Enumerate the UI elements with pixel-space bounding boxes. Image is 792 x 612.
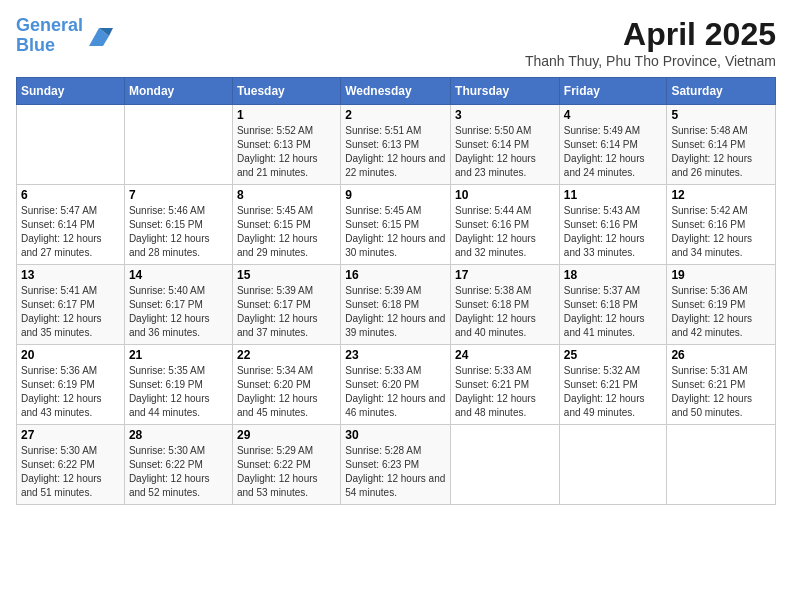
day-number: 20 [21, 348, 120, 362]
calendar-cell: 30Sunrise: 5:28 AM Sunset: 6:23 PM Dayli… [341, 425, 451, 505]
day-info: Sunrise: 5:33 AM Sunset: 6:20 PM Dayligh… [345, 364, 446, 420]
day-number: 3 [455, 108, 555, 122]
calendar-cell: 2Sunrise: 5:51 AM Sunset: 6:13 PM Daylig… [341, 105, 451, 185]
day-number: 4 [564, 108, 663, 122]
calendar-cell: 23Sunrise: 5:33 AM Sunset: 6:20 PM Dayli… [341, 345, 451, 425]
day-info: Sunrise: 5:39 AM Sunset: 6:17 PM Dayligh… [237, 284, 336, 340]
dow-header-friday: Friday [559, 78, 667, 105]
day-number: 8 [237, 188, 336, 202]
calendar-subtitle: Thanh Thuy, Phu Tho Province, Vietnam [525, 53, 776, 69]
logo-text: General Blue [16, 16, 83, 56]
day-number: 19 [671, 268, 771, 282]
calendar-cell: 21Sunrise: 5:35 AM Sunset: 6:19 PM Dayli… [124, 345, 232, 425]
day-number: 21 [129, 348, 228, 362]
calendar-cell: 25Sunrise: 5:32 AM Sunset: 6:21 PM Dayli… [559, 345, 667, 425]
title-block: April 2025 Thanh Thuy, Phu Tho Province,… [525, 16, 776, 69]
calendar-cell: 12Sunrise: 5:42 AM Sunset: 6:16 PM Dayli… [667, 185, 776, 265]
day-info: Sunrise: 5:43 AM Sunset: 6:16 PM Dayligh… [564, 204, 663, 260]
calendar-table: SundayMondayTuesdayWednesdayThursdayFrid… [16, 77, 776, 505]
day-number: 22 [237, 348, 336, 362]
calendar-cell: 5Sunrise: 5:48 AM Sunset: 6:14 PM Daylig… [667, 105, 776, 185]
day-info: Sunrise: 5:49 AM Sunset: 6:14 PM Dayligh… [564, 124, 663, 180]
day-info: Sunrise: 5:38 AM Sunset: 6:18 PM Dayligh… [455, 284, 555, 340]
calendar-cell: 28Sunrise: 5:30 AM Sunset: 6:22 PM Dayli… [124, 425, 232, 505]
day-number: 12 [671, 188, 771, 202]
day-info: Sunrise: 5:47 AM Sunset: 6:14 PM Dayligh… [21, 204, 120, 260]
day-number: 14 [129, 268, 228, 282]
day-info: Sunrise: 5:52 AM Sunset: 6:13 PM Dayligh… [237, 124, 336, 180]
calendar-cell: 17Sunrise: 5:38 AM Sunset: 6:18 PM Dayli… [451, 265, 560, 345]
day-number: 29 [237, 428, 336, 442]
week-row-2: 6Sunrise: 5:47 AM Sunset: 6:14 PM Daylig… [17, 185, 776, 265]
day-number: 16 [345, 268, 446, 282]
calendar-cell: 3Sunrise: 5:50 AM Sunset: 6:14 PM Daylig… [451, 105, 560, 185]
calendar-cell: 24Sunrise: 5:33 AM Sunset: 6:21 PM Dayli… [451, 345, 560, 425]
day-of-week-row: SundayMondayTuesdayWednesdayThursdayFrid… [17, 78, 776, 105]
calendar-cell: 14Sunrise: 5:40 AM Sunset: 6:17 PM Dayli… [124, 265, 232, 345]
dow-header-sunday: Sunday [17, 78, 125, 105]
day-info: Sunrise: 5:51 AM Sunset: 6:13 PM Dayligh… [345, 124, 446, 180]
calendar-cell: 20Sunrise: 5:36 AM Sunset: 6:19 PM Dayli… [17, 345, 125, 425]
calendar-cell: 15Sunrise: 5:39 AM Sunset: 6:17 PM Dayli… [232, 265, 340, 345]
week-row-3: 13Sunrise: 5:41 AM Sunset: 6:17 PM Dayli… [17, 265, 776, 345]
day-number: 24 [455, 348, 555, 362]
day-info: Sunrise: 5:37 AM Sunset: 6:18 PM Dayligh… [564, 284, 663, 340]
logo: General Blue [16, 16, 113, 56]
day-info: Sunrise: 5:41 AM Sunset: 6:17 PM Dayligh… [21, 284, 120, 340]
day-info: Sunrise: 5:50 AM Sunset: 6:14 PM Dayligh… [455, 124, 555, 180]
day-number: 23 [345, 348, 446, 362]
calendar-cell [559, 425, 667, 505]
day-info: Sunrise: 5:45 AM Sunset: 6:15 PM Dayligh… [345, 204, 446, 260]
day-number: 18 [564, 268, 663, 282]
day-info: Sunrise: 5:46 AM Sunset: 6:15 PM Dayligh… [129, 204, 228, 260]
calendar-title: April 2025 [525, 16, 776, 53]
calendar-cell: 1Sunrise: 5:52 AM Sunset: 6:13 PM Daylig… [232, 105, 340, 185]
day-info: Sunrise: 5:33 AM Sunset: 6:21 PM Dayligh… [455, 364, 555, 420]
calendar-cell: 29Sunrise: 5:29 AM Sunset: 6:22 PM Dayli… [232, 425, 340, 505]
day-info: Sunrise: 5:36 AM Sunset: 6:19 PM Dayligh… [21, 364, 120, 420]
calendar-cell: 18Sunrise: 5:37 AM Sunset: 6:18 PM Dayli… [559, 265, 667, 345]
day-info: Sunrise: 5:44 AM Sunset: 6:16 PM Dayligh… [455, 204, 555, 260]
week-row-4: 20Sunrise: 5:36 AM Sunset: 6:19 PM Dayli… [17, 345, 776, 425]
week-row-5: 27Sunrise: 5:30 AM Sunset: 6:22 PM Dayli… [17, 425, 776, 505]
logo-icon [85, 22, 113, 50]
day-number: 9 [345, 188, 446, 202]
dow-header-monday: Monday [124, 78, 232, 105]
calendar-cell [17, 105, 125, 185]
day-info: Sunrise: 5:32 AM Sunset: 6:21 PM Dayligh… [564, 364, 663, 420]
day-number: 25 [564, 348, 663, 362]
day-number: 1 [237, 108, 336, 122]
day-number: 6 [21, 188, 120, 202]
day-number: 10 [455, 188, 555, 202]
day-number: 26 [671, 348, 771, 362]
calendar-cell: 22Sunrise: 5:34 AM Sunset: 6:20 PM Dayli… [232, 345, 340, 425]
calendar-cell: 27Sunrise: 5:30 AM Sunset: 6:22 PM Dayli… [17, 425, 125, 505]
page-header: General Blue April 2025 Thanh Thuy, Phu … [16, 16, 776, 69]
calendar-cell [667, 425, 776, 505]
day-number: 27 [21, 428, 120, 442]
day-info: Sunrise: 5:34 AM Sunset: 6:20 PM Dayligh… [237, 364, 336, 420]
calendar-cell: 13Sunrise: 5:41 AM Sunset: 6:17 PM Dayli… [17, 265, 125, 345]
dow-header-thursday: Thursday [451, 78, 560, 105]
day-number: 15 [237, 268, 336, 282]
calendar-cell: 4Sunrise: 5:49 AM Sunset: 6:14 PM Daylig… [559, 105, 667, 185]
calendar-cell: 8Sunrise: 5:45 AM Sunset: 6:15 PM Daylig… [232, 185, 340, 265]
day-number: 28 [129, 428, 228, 442]
day-info: Sunrise: 5:42 AM Sunset: 6:16 PM Dayligh… [671, 204, 771, 260]
day-number: 30 [345, 428, 446, 442]
day-info: Sunrise: 5:40 AM Sunset: 6:17 PM Dayligh… [129, 284, 228, 340]
day-number: 5 [671, 108, 771, 122]
day-number: 7 [129, 188, 228, 202]
calendar-cell: 19Sunrise: 5:36 AM Sunset: 6:19 PM Dayli… [667, 265, 776, 345]
day-number: 13 [21, 268, 120, 282]
day-info: Sunrise: 5:39 AM Sunset: 6:18 PM Dayligh… [345, 284, 446, 340]
calendar-cell [451, 425, 560, 505]
day-info: Sunrise: 5:45 AM Sunset: 6:15 PM Dayligh… [237, 204, 336, 260]
day-info: Sunrise: 5:28 AM Sunset: 6:23 PM Dayligh… [345, 444, 446, 500]
day-number: 11 [564, 188, 663, 202]
day-info: Sunrise: 5:35 AM Sunset: 6:19 PM Dayligh… [129, 364, 228, 420]
day-info: Sunrise: 5:31 AM Sunset: 6:21 PM Dayligh… [671, 364, 771, 420]
dow-header-wednesday: Wednesday [341, 78, 451, 105]
calendar-cell: 11Sunrise: 5:43 AM Sunset: 6:16 PM Dayli… [559, 185, 667, 265]
calendar-cell: 26Sunrise: 5:31 AM Sunset: 6:21 PM Dayli… [667, 345, 776, 425]
